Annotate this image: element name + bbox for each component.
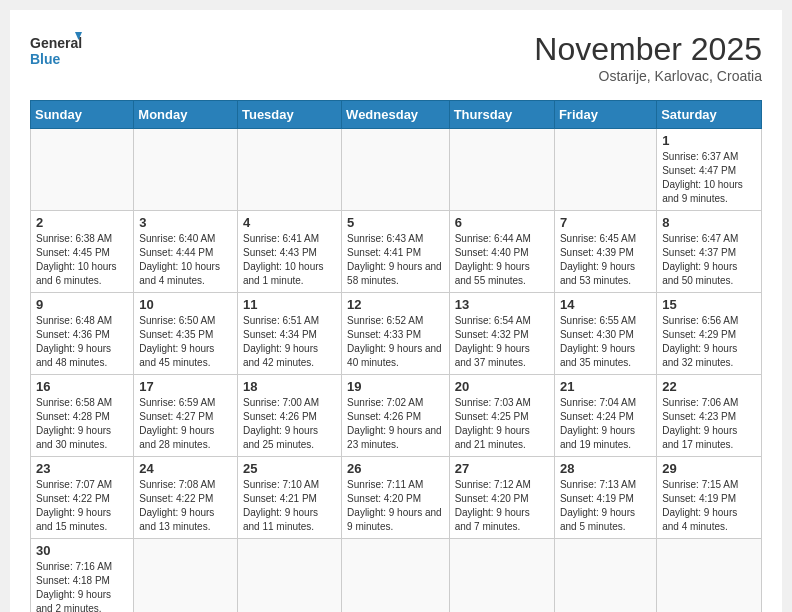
cell-week3-day5: 21Sunrise: 7:04 AMSunset: 4:24 PMDayligh…: [554, 375, 656, 457]
header-saturday: Saturday: [657, 101, 762, 129]
week-row-4: 23Sunrise: 7:07 AMSunset: 4:22 PMDayligh…: [31, 457, 762, 539]
cell-week4-day5: 28Sunrise: 7:13 AMSunset: 4:19 PMDayligh…: [554, 457, 656, 539]
day-info: Sunrise: 6:41 AMSunset: 4:43 PMDaylight:…: [243, 232, 336, 288]
cell-week3-day1: 17Sunrise: 6:59 AMSunset: 4:27 PMDayligh…: [134, 375, 238, 457]
cell-week5-day0: 30Sunrise: 7:16 AMSunset: 4:18 PMDayligh…: [31, 539, 134, 612]
logo-svg: General Blue: [30, 30, 82, 72]
day-info: Sunrise: 7:10 AMSunset: 4:21 PMDaylight:…: [243, 478, 336, 534]
day-info: Sunrise: 6:38 AMSunset: 4:45 PMDaylight:…: [36, 232, 128, 288]
cell-week0-day6: 1Sunrise: 6:37 AMSunset: 4:47 PMDaylight…: [657, 129, 762, 211]
day-number: 12: [347, 297, 444, 312]
title-block: November 2025 Ostarije, Karlovac, Croati…: [534, 30, 762, 84]
day-info: Sunrise: 6:47 AMSunset: 4:37 PMDaylight:…: [662, 232, 756, 288]
cell-week4-day3: 26Sunrise: 7:11 AMSunset: 4:20 PMDayligh…: [342, 457, 450, 539]
cell-week3-day6: 22Sunrise: 7:06 AMSunset: 4:23 PMDayligh…: [657, 375, 762, 457]
logo: General Blue: [30, 30, 82, 72]
cell-week1-day2: 4Sunrise: 6:41 AMSunset: 4:43 PMDaylight…: [237, 211, 341, 293]
logo-wordmark: General Blue: [30, 30, 82, 72]
day-info: Sunrise: 6:50 AMSunset: 4:35 PMDaylight:…: [139, 314, 232, 370]
cell-week0-day1: [134, 129, 238, 211]
day-info: Sunrise: 6:40 AMSunset: 4:44 PMDaylight:…: [139, 232, 232, 288]
cell-week2-day2: 11Sunrise: 6:51 AMSunset: 4:34 PMDayligh…: [237, 293, 341, 375]
day-number: 21: [560, 379, 651, 394]
cell-week5-day5: [554, 539, 656, 612]
day-info: Sunrise: 7:15 AMSunset: 4:19 PMDaylight:…: [662, 478, 756, 534]
cell-week3-day0: 16Sunrise: 6:58 AMSunset: 4:28 PMDayligh…: [31, 375, 134, 457]
day-info: Sunrise: 7:00 AMSunset: 4:26 PMDaylight:…: [243, 396, 336, 452]
day-info: Sunrise: 6:48 AMSunset: 4:36 PMDaylight:…: [36, 314, 128, 370]
week-row-3: 16Sunrise: 6:58 AMSunset: 4:28 PMDayligh…: [31, 375, 762, 457]
cell-week5-day2: [237, 539, 341, 612]
day-info: Sunrise: 7:07 AMSunset: 4:22 PMDaylight:…: [36, 478, 128, 534]
calendar: SundayMondayTuesdayWednesdayThursdayFrid…: [30, 100, 762, 612]
cell-week3-day3: 19Sunrise: 7:02 AMSunset: 4:26 PMDayligh…: [342, 375, 450, 457]
header-wednesday: Wednesday: [342, 101, 450, 129]
day-info: Sunrise: 6:43 AMSunset: 4:41 PMDaylight:…: [347, 232, 444, 288]
day-info: Sunrise: 6:44 AMSunset: 4:40 PMDaylight:…: [455, 232, 549, 288]
header-friday: Friday: [554, 101, 656, 129]
cell-week2-day1: 10Sunrise: 6:50 AMSunset: 4:35 PMDayligh…: [134, 293, 238, 375]
day-number: 4: [243, 215, 336, 230]
day-number: 24: [139, 461, 232, 476]
cell-week0-day4: [449, 129, 554, 211]
cell-week2-day0: 9Sunrise: 6:48 AMSunset: 4:36 PMDaylight…: [31, 293, 134, 375]
cell-week2-day5: 14Sunrise: 6:55 AMSunset: 4:30 PMDayligh…: [554, 293, 656, 375]
cell-week5-day4: [449, 539, 554, 612]
day-info: Sunrise: 7:04 AMSunset: 4:24 PMDaylight:…: [560, 396, 651, 452]
day-number: 3: [139, 215, 232, 230]
day-info: Sunrise: 6:54 AMSunset: 4:32 PMDaylight:…: [455, 314, 549, 370]
day-number: 1: [662, 133, 756, 148]
day-info: Sunrise: 7:02 AMSunset: 4:26 PMDaylight:…: [347, 396, 444, 452]
day-number: 26: [347, 461, 444, 476]
header: General Blue November 2025 Ostarije, Kar…: [30, 30, 762, 84]
day-info: Sunrise: 6:58 AMSunset: 4:28 PMDaylight:…: [36, 396, 128, 452]
day-number: 20: [455, 379, 549, 394]
header-sunday: Sunday: [31, 101, 134, 129]
cell-week0-day5: [554, 129, 656, 211]
cell-week3-day4: 20Sunrise: 7:03 AMSunset: 4:25 PMDayligh…: [449, 375, 554, 457]
svg-text:General: General: [30, 35, 82, 51]
day-info: Sunrise: 7:08 AMSunset: 4:22 PMDaylight:…: [139, 478, 232, 534]
day-number: 7: [560, 215, 651, 230]
day-number: 9: [36, 297, 128, 312]
cell-week1-day0: 2Sunrise: 6:38 AMSunset: 4:45 PMDaylight…: [31, 211, 134, 293]
cell-week5-day1: [134, 539, 238, 612]
day-info: Sunrise: 6:59 AMSunset: 4:27 PMDaylight:…: [139, 396, 232, 452]
day-number: 25: [243, 461, 336, 476]
day-number: 28: [560, 461, 651, 476]
cell-week1-day5: 7Sunrise: 6:45 AMSunset: 4:39 PMDaylight…: [554, 211, 656, 293]
day-number: 6: [455, 215, 549, 230]
week-row-0: 1Sunrise: 6:37 AMSunset: 4:47 PMDaylight…: [31, 129, 762, 211]
cell-week4-day2: 25Sunrise: 7:10 AMSunset: 4:21 PMDayligh…: [237, 457, 341, 539]
day-number: 22: [662, 379, 756, 394]
day-number: 19: [347, 379, 444, 394]
day-info: Sunrise: 6:51 AMSunset: 4:34 PMDaylight:…: [243, 314, 336, 370]
header-tuesday: Tuesday: [237, 101, 341, 129]
location: Ostarije, Karlovac, Croatia: [534, 68, 762, 84]
cell-week5-day3: [342, 539, 450, 612]
cell-week1-day3: 5Sunrise: 6:43 AMSunset: 4:41 PMDaylight…: [342, 211, 450, 293]
day-number: 8: [662, 215, 756, 230]
day-number: 11: [243, 297, 336, 312]
week-row-2: 9Sunrise: 6:48 AMSunset: 4:36 PMDaylight…: [31, 293, 762, 375]
day-number: 18: [243, 379, 336, 394]
month-title: November 2025: [534, 30, 762, 68]
page: General Blue November 2025 Ostarije, Kar…: [10, 10, 782, 612]
day-number: 16: [36, 379, 128, 394]
day-number: 17: [139, 379, 232, 394]
day-info: Sunrise: 7:13 AMSunset: 4:19 PMDaylight:…: [560, 478, 651, 534]
header-thursday: Thursday: [449, 101, 554, 129]
cell-week1-day4: 6Sunrise: 6:44 AMSunset: 4:40 PMDaylight…: [449, 211, 554, 293]
day-info: Sunrise: 7:12 AMSunset: 4:20 PMDaylight:…: [455, 478, 549, 534]
cell-week4-day4: 27Sunrise: 7:12 AMSunset: 4:20 PMDayligh…: [449, 457, 554, 539]
day-info: Sunrise: 7:11 AMSunset: 4:20 PMDaylight:…: [347, 478, 444, 534]
day-number: 14: [560, 297, 651, 312]
calendar-header-row: SundayMondayTuesdayWednesdayThursdayFrid…: [31, 101, 762, 129]
cell-week2-day3: 12Sunrise: 6:52 AMSunset: 4:33 PMDayligh…: [342, 293, 450, 375]
day-info: Sunrise: 6:55 AMSunset: 4:30 PMDaylight:…: [560, 314, 651, 370]
cell-week0-day3: [342, 129, 450, 211]
day-number: 5: [347, 215, 444, 230]
cell-week2-day4: 13Sunrise: 6:54 AMSunset: 4:32 PMDayligh…: [449, 293, 554, 375]
day-info: Sunrise: 7:06 AMSunset: 4:23 PMDaylight:…: [662, 396, 756, 452]
cell-week4-day0: 23Sunrise: 7:07 AMSunset: 4:22 PMDayligh…: [31, 457, 134, 539]
